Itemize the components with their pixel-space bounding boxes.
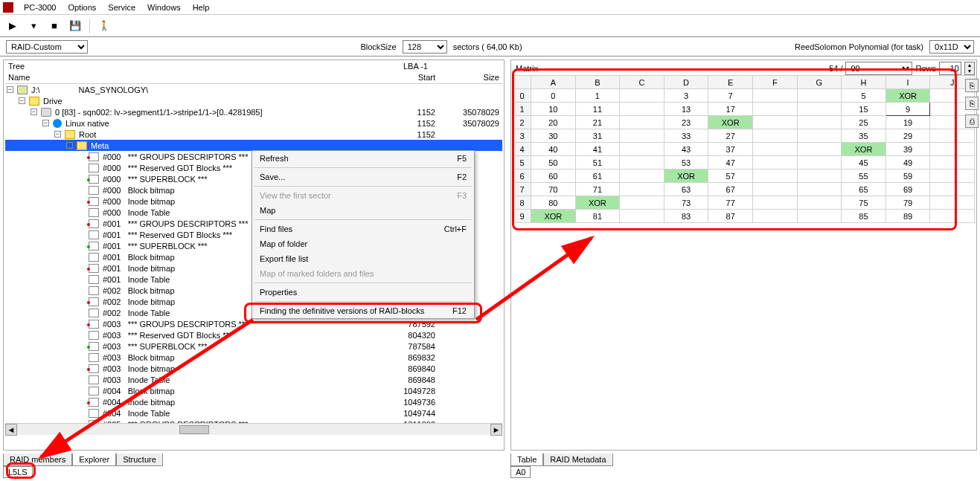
tab-raid-members[interactable]: RAID members [3,453,72,466]
tab-raid-metadata[interactable]: RAID Metadata [543,453,612,466]
side-btn-3[interactable]: ⎙ [965,114,979,128]
matrix-cell[interactable]: 85 [842,210,886,223]
matrix-row-header[interactable]: 5 [513,156,531,170]
exit-button[interactable]: 🚶 [97,19,111,33]
matrix-col-header[interactable] [513,76,531,89]
matrix-cell[interactable]: 47 [708,156,753,170]
rs-select[interactable]: 0x11D [929,40,974,54]
tree-row[interactable]: #003 Inode bitmap869840 [5,363,502,374]
spin-up-icon[interactable]: ▲ [965,62,974,68]
tree-row[interactable]: −Root1152 [5,129,502,140]
run-button[interactable]: ▶ [6,19,19,33]
matrix-cell[interactable] [930,183,975,196]
matrix-row-header[interactable]: 2 [513,116,531,129]
matrix-cell[interactable] [620,89,664,103]
matrix-cell[interactable]: 40 [531,143,576,156]
matrix-cell[interactable]: 15 [842,103,886,116]
matrix-cell[interactable]: 50 [531,156,576,170]
matrix-cell[interactable] [620,116,664,129]
matrix-cell[interactable] [752,156,797,170]
matrix-cell[interactable] [752,143,797,156]
expand-icon[interactable]: − [42,120,49,126]
matrix-cell[interactable]: XOR [708,116,753,129]
matrix-cell[interactable]: 77 [708,196,753,210]
matrix-cell[interactable]: 45 [842,156,886,170]
col-size[interactable]: Size [443,73,502,82]
matrix-row-header[interactable]: 1 [513,103,531,116]
matrix-cell[interactable]: 31 [575,129,620,143]
matrix-cell[interactable] [930,196,975,210]
matrix-col-header[interactable]: F [752,76,797,89]
menu-item[interactable]: Save...F2 [252,170,474,184]
matrix-cell[interactable]: 21 [575,116,620,129]
scroll-thumb[interactable] [179,425,209,434]
tab-table[interactable]: Table [510,453,543,466]
menu-service[interactable]: Service [102,1,141,13]
matrix-cell[interactable]: 80 [531,196,576,210]
matrix-cell[interactable]: XOR [885,89,930,103]
matrix-row-header[interactable]: 8 [513,196,531,210]
menu-help[interactable]: Help [187,1,216,13]
matrix-cell[interactable] [930,170,975,183]
tree-row[interactable]: −Linux native 115235078029 [5,117,502,129]
matrix-cell[interactable]: 19 [885,116,930,129]
matrix-col-header[interactable]: D [664,76,708,89]
matrix-cell[interactable]: 13 [664,103,708,116]
matrix-cell[interactable] [797,103,842,116]
matrix-cell[interactable]: 73 [664,196,708,210]
matrix-cell[interactable] [797,183,842,196]
matrix-cell[interactable]: 51 [575,156,620,170]
matrix-cell[interactable] [752,103,797,116]
tree-row[interactable]: −0 [83] - sqn002: lv->segment1/1->stripe… [5,106,502,117]
expand-icon[interactable]: − [7,86,13,93]
matrix-cell[interactable] [797,89,842,103]
matrix-cell[interactable] [620,129,664,143]
expand-icon[interactable]: − [19,97,25,104]
matrix-cell[interactable]: 81 [575,210,620,223]
expand-icon[interactable]: − [66,142,73,149]
matrix-cell[interactable] [797,196,842,210]
matrix-cell[interactable]: XOR [575,196,620,210]
matrix-row-header[interactable]: 4 [513,143,531,156]
menu-item[interactable]: Finding the definitive versions of RAID-… [252,303,474,318]
matrix-cell[interactable] [620,156,664,170]
tree-row[interactable]: #004 Block bitmap1049728 [5,385,502,396]
matrix-total-select[interactable]: 90 [845,62,912,75]
menu-item[interactable]: Find filesCtrl+F [252,222,474,236]
matrix-cell[interactable]: 9 [885,103,930,116]
matrix-cell[interactable] [752,89,797,103]
menu-item[interactable]: Properties [252,285,474,300]
matrix-cell[interactable]: 87 [708,210,753,223]
matrix-cell[interactable]: 35 [842,129,886,143]
matrix-cell[interactable]: 39 [885,143,930,156]
matrix-cell[interactable] [797,210,842,223]
raid-type-select[interactable]: RAID-Custom [6,40,88,54]
matrix-cell[interactable] [930,210,975,223]
matrix-cell[interactable]: 70 [531,183,576,196]
expand-icon[interactable]: − [54,131,61,138]
matrix-cell[interactable]: 83 [664,210,708,223]
matrix-cell[interactable]: 89 [885,210,930,223]
col-start[interactable]: Start [368,73,443,82]
tree-row[interactable]: #003 *** GROUPS DESCRIPTORS ***787592 [5,318,502,329]
save-button[interactable]: 💾 [68,19,82,33]
expand-icon[interactable]: − [31,109,37,115]
menu-options[interactable]: Options [62,1,102,13]
matrix-cell[interactable] [620,210,664,223]
tree-row[interactable]: #004 Inode bitmap1049736 [5,396,502,407]
matrix-cell[interactable] [797,116,842,129]
matrix-cell[interactable]: XOR [664,170,708,183]
matrix-cell[interactable]: 71 [575,183,620,196]
matrix-row-header[interactable]: 9 [513,210,531,223]
matrix-cell[interactable]: 59 [885,170,930,183]
h-scrollbar[interactable]: ◄ ► [5,423,502,435]
matrix-cell[interactable]: 37 [708,143,753,156]
stop-button[interactable]: ■ [48,19,61,33]
matrix-cell[interactable] [620,170,664,183]
matrix-cell[interactable]: 20 [531,116,576,129]
side-btn-1[interactable]: ⎘ [965,79,979,92]
matrix-cell[interactable]: XOR [531,210,576,223]
tree-row[interactable]: #003 *** SUPERBLOCK ***787584 [5,340,502,352]
matrix-cell[interactable] [620,103,664,116]
menu-item[interactable]: Map of folder [252,236,474,251]
